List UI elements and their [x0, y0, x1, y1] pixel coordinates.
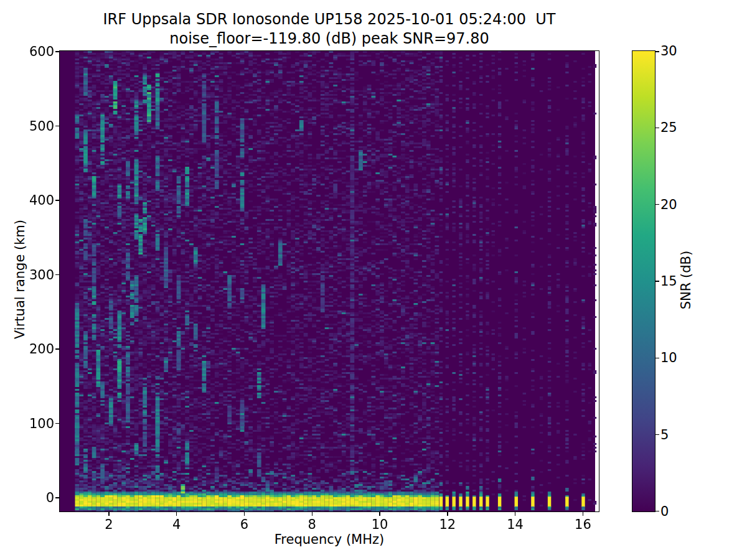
colorbar-tick-label: 20: [660, 196, 704, 213]
colorbar-tick-mark: [655, 511, 659, 512]
y-tick-label: 600: [17, 43, 54, 60]
y-tick-label: 300: [17, 266, 54, 284]
y-tick-mark: [55, 51, 60, 52]
x-tick-label: 14: [497, 516, 534, 533]
x-tick-mark: [244, 511, 245, 516]
y-tick-label: 100: [17, 415, 54, 432]
colorbar-tick-mark: [655, 358, 659, 359]
y-tick-mark: [55, 423, 60, 424]
y-tick-mark: [55, 497, 60, 498]
x-tick-label: 12: [429, 516, 466, 533]
y-tick-mark: [55, 200, 60, 201]
x-tick-mark: [108, 511, 110, 516]
colorbar-gradient: [632, 51, 655, 511]
figure-title-line2: noise_floor=-119.80 (dB) peak SNR=97.80: [60, 29, 599, 49]
colorbar-tick-label: 10: [660, 349, 704, 366]
colorbar-tick-mark: [655, 434, 659, 436]
colorbar-tick-mark: [655, 128, 659, 129]
colorbar-tick-label: 30: [660, 42, 704, 60]
colorbar-tick-label: 5: [660, 426, 704, 444]
x-tick-label: 8: [293, 516, 331, 533]
ionogram-heatmap-canvas: [60, 51, 599, 511]
x-axis-label: Frequency (MHz): [60, 532, 599, 547]
y-tick-label: 500: [17, 118, 54, 135]
x-tick-label: 6: [225, 516, 263, 533]
x-tick-mark: [312, 511, 313, 516]
colorbar-tick-mark: [655, 204, 659, 205]
x-tick-mark: [447, 511, 448, 516]
x-tick-mark: [379, 511, 380, 516]
y-tick-label: 400: [17, 192, 54, 209]
x-tick-label: 10: [361, 516, 398, 533]
colorbar-tick-label: 0: [660, 503, 704, 520]
x-tick-mark: [583, 511, 584, 516]
y-tick-label: 200: [17, 340, 54, 358]
y-tick-mark: [55, 274, 60, 276]
colorbar-tick-label: 25: [660, 119, 704, 136]
ionogram-figure: IRF Uppsala SDR Ionosonde UP158 2025-10-…: [0, 0, 747, 560]
y-tick-label: 0: [17, 489, 54, 506]
figure-title-line1: IRF Uppsala SDR Ionosonde UP158 2025-10-…: [60, 10, 599, 29]
x-tick-label: 4: [158, 516, 195, 533]
x-tick-mark: [176, 511, 177, 516]
colorbar-tick-mark: [655, 281, 659, 282]
x-tick-label: 16: [564, 516, 601, 533]
y-tick-mark: [55, 126, 60, 127]
x-tick-label: 2: [90, 516, 128, 533]
y-tick-mark: [55, 348, 60, 350]
x-tick-mark: [515, 511, 516, 516]
colorbar-label: SNR (dB): [679, 212, 693, 348]
colorbar-tick-mark: [655, 51, 659, 52]
